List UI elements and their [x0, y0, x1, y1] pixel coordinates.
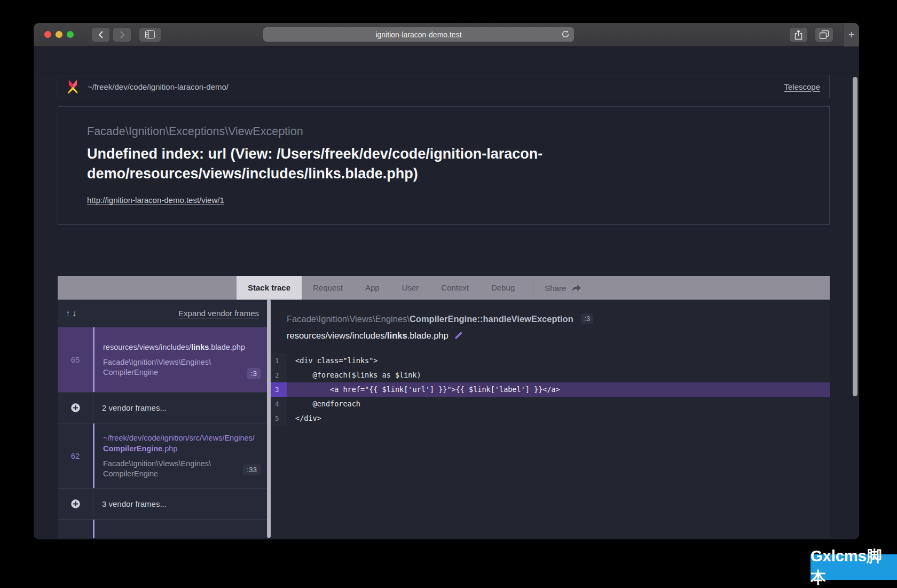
frame-list-scrollbar[interactable]	[267, 300, 271, 538]
code-line-text: @foreach($links as $link)	[287, 368, 421, 382]
code-line-text: <a href="{{ $link['url'] }}">{{ $link['l…	[287, 382, 560, 397]
tab-item[interactable]: User	[391, 276, 430, 300]
ignition-logo-icon	[67, 80, 78, 94]
code-line-text: @endforeach	[287, 397, 360, 411]
project-path: ~/freek/dev/code/ignition-laracon-demo/	[88, 82, 229, 91]
tab-item[interactable]: Context	[430, 276, 480, 300]
file-path-bold: links	[387, 331, 407, 340]
browser-window: ignition-laracon-demo.test + ~/freek/dev…	[34, 23, 859, 539]
page-content: ~/freek/dev/code/ignition-laracon-demo/ …	[34, 75, 859, 539]
tab-list: Stack traceRequestAppUserContextDebug	[237, 276, 526, 300]
browser-share-button[interactable]	[790, 28, 807, 42]
plus-icon: +	[848, 28, 855, 41]
new-tab-button[interactable]: +	[844, 23, 859, 46]
edit-file-button[interactable]	[454, 331, 463, 340]
tab-overview-button[interactable]	[815, 28, 833, 42]
frame-line-badge: :33	[243, 464, 261, 475]
file-path-heading: resources/views/includes/links.blade.php	[287, 331, 830, 341]
file-path: resources/views/includes/links.blade.php	[287, 331, 448, 341]
code-line: 5 </div>	[271, 411, 830, 426]
vendor-frames-row[interactable]: 2 vendor frames...	[58, 393, 267, 424]
code-line-number: 1	[271, 354, 287, 368]
tab-item[interactable]: Request	[302, 276, 354, 300]
sidebar-toggle-button[interactable]	[139, 28, 161, 42]
code-header: Facade\Ignition\Views\Engines\CompilerEn…	[271, 313, 830, 341]
browser-toolbar: ignition-laracon-demo.test +	[34, 23, 859, 46]
code-line-number: 2	[271, 368, 287, 382]
share-arrow-icon	[571, 284, 581, 293]
pencil-icon	[454, 331, 463, 340]
frame-line-badge: :3	[247, 368, 261, 379]
frame-file-path: resources/views/includes/links.blade.php	[103, 342, 258, 352]
tab-item[interactable]: Debug	[480, 276, 526, 300]
frame-list-panel: ↑↓ Expand vendor frames 65 resources/vie…	[58, 300, 267, 538]
vendor-gutter	[58, 489, 93, 519]
code-line-number: 4	[271, 397, 287, 411]
plus-circle-icon	[70, 403, 81, 413]
frame-content	[95, 520, 267, 538]
frame-file-path: ~/freek/dev/code/ignition/src/Views/Engi…	[103, 433, 258, 454]
tab-share[interactable]: Share	[540, 276, 586, 300]
tab-item[interactable]: Stack trace	[237, 276, 302, 300]
vendor-frames-label: 2 vendor frames...	[93, 393, 267, 423]
code-line-text: </div>	[287, 411, 321, 426]
code-line: 2 @foreach($links as $link)	[271, 368, 830, 382]
frame-nav-arrows[interactable]: ↑↓	[66, 309, 78, 318]
share-up-icon	[794, 30, 802, 40]
arrow-down-icon[interactable]: ↓	[72, 309, 78, 318]
chevron-right-icon	[120, 30, 125, 39]
file-path-suffix: .blade.php	[407, 331, 448, 340]
stack-frame[interactable]: 62 ~/freek/dev/code/ignition/src/Views/E…	[58, 424, 267, 489]
code-line: 1 <div class="links">	[271, 354, 830, 368]
plus-circle-icon	[70, 499, 81, 509]
code-line-text: <div class="links">	[287, 354, 377, 368]
code-line-number: 5	[271, 411, 287, 426]
back-button[interactable]	[92, 28, 109, 42]
address-bar[interactable]: ignition-laracon-demo.test	[263, 27, 574, 42]
window-controls	[44, 31, 74, 38]
frame-content: resources/views/includes/links.blade.php…	[95, 327, 267, 392]
frame-class-heading: Facade\Ignition\Views\Engines\CompilerEn…	[287, 313, 830, 324]
stack-frame[interactable]: 65 resources/views/includes/links.blade.…	[58, 327, 267, 393]
code-line-number: 3	[271, 382, 287, 397]
exception-url-link[interactable]: http://ignition-laracon-demo.test/view/1	[87, 195, 224, 205]
tab-item[interactable]: App	[354, 276, 391, 300]
telescope-link[interactable]: Telescope	[784, 82, 820, 91]
zoom-window-button[interactable]	[67, 31, 74, 38]
stack-trace-section: ↑↓ Expand vendor frames 65 resources/vie…	[58, 300, 830, 538]
ignition-tabbar: Stack traceRequestAppUserContextDebug Sh…	[58, 276, 830, 300]
vendor-gutter	[58, 393, 93, 423]
watermark-badge: Gxlcms脚本	[811, 554, 897, 580]
frame-class-name: Facade\Ignition\Views\Engines\CompilerEn…	[103, 357, 258, 378]
close-window-button[interactable]	[44, 31, 51, 38]
vendor-frames-row[interactable]: 3 vendor frames...	[58, 489, 267, 520]
code-line: 4 @endforeach	[271, 397, 830, 411]
frame-class-name: Facade\Ignition\Views\Engines\CompilerEn…	[103, 459, 258, 479]
address-bar-url: ignition-laracon-demo.test	[375, 30, 461, 39]
code-panel: Facade\Ignition\Views\Engines\CompilerEn…	[271, 300, 830, 538]
exception-message: Undefined index: url (View: /Users/freek…	[87, 144, 602, 184]
reload-icon	[561, 30, 570, 38]
browser-scrollbar[interactable]	[853, 77, 857, 396]
frame-number: 65	[58, 327, 93, 392]
arrow-up-icon[interactable]: ↑	[66, 309, 72, 318]
minimize-window-button[interactable]	[56, 31, 62, 38]
tabbar-divider	[533, 280, 533, 296]
vendor-frames-label: 3 vendor frames...	[93, 489, 267, 519]
chevron-left-icon	[98, 30, 104, 39]
frame-number: 62	[58, 424, 93, 488]
expand-vendor-frames-link[interactable]: Expand vendor frames	[178, 309, 259, 318]
line-number-badge: :3	[581, 313, 593, 324]
frame-method: CompilerEngine::handleViewException	[410, 314, 573, 324]
code-snippet: 1 <div class="links"> 2 @foreach($links …	[271, 354, 830, 426]
stack-frame-partial[interactable]	[58, 520, 267, 538]
reload-button[interactable]	[561, 30, 570, 38]
exception-class: Facade\Ignition\Exceptions\ViewException	[87, 125, 800, 138]
forward-button[interactable]	[113, 28, 131, 42]
frame-list-header: ↑↓ Expand vendor frames	[58, 300, 267, 327]
tabs-icon	[820, 30, 829, 39]
frame-content: ~/freek/dev/code/ignition/src/Views/Engi…	[95, 424, 267, 488]
frame-list: 65 resources/views/includes/links.blade.…	[58, 327, 267, 538]
ignition-header-bar: ~/freek/dev/code/ignition-laracon-demo/ …	[58, 75, 830, 98]
sidebar-icon	[145, 30, 155, 38]
